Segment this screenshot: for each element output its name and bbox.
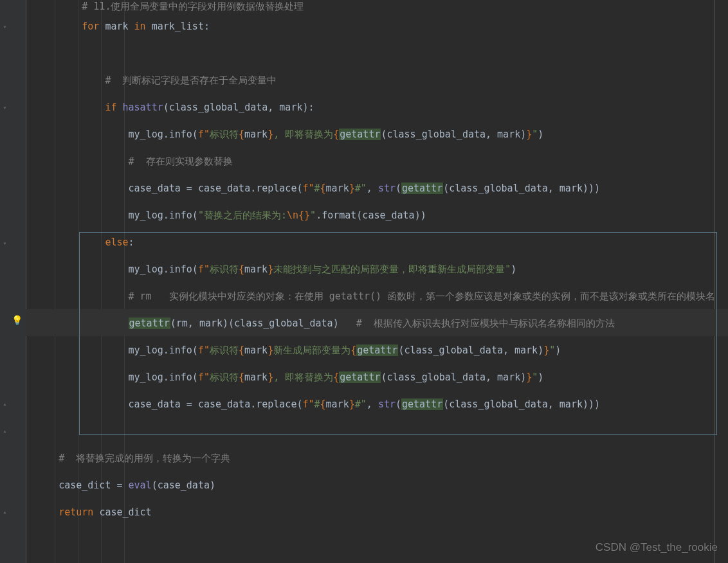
fold-marker-icon[interactable]: ▾ bbox=[1, 240, 8, 247]
code-line: my_log.info(f"标识符{mark}, 即将替换为{getattr(c… bbox=[26, 364, 728, 391]
code-line: else: bbox=[26, 229, 728, 256]
code-line: # 将替换完成的用例，转换为一个字典 bbox=[26, 445, 728, 472]
code-line: # 11.使用全局变量中的字段对用例数据做替换处理 bbox=[26, 0, 728, 13]
code-editor[interactable]: ▾ ▾ ▾ ▴ ▴ ▴ 💡 # 11.使用全局变量中的字段对用例数据做替换处理 … bbox=[0, 0, 728, 563]
fold-marker-icon[interactable]: ▴ bbox=[1, 400, 8, 407]
code-line: # 存在则实现参数替换 bbox=[26, 148, 728, 175]
code-line: for mark in mark_list: bbox=[26, 13, 728, 40]
getattr-highlight: getattr bbox=[339, 129, 381, 140]
getattr-highlight: getattr bbox=[356, 344, 398, 356]
code-area[interactable]: # 11.使用全局变量中的字段对用例数据做替换处理 for mark in ma… bbox=[26, 0, 728, 563]
code-line: my_log.info(f"标识符{mark}, 即将替换为{getattr(c… bbox=[26, 121, 728, 148]
code-line: # 判断标记字段是否存在于全局变量中 bbox=[26, 67, 728, 94]
code-line: getattr(rm, mark)(class_global_data) # 根… bbox=[26, 310, 728, 337]
code-line: my_log.info("替换之后的结果为:\n{}".format(case_… bbox=[26, 202, 728, 229]
code-line: my_log.info(f"标识符{mark}新生成局部变量为{getattr(… bbox=[26, 337, 728, 364]
fold-marker-icon[interactable]: ▾ bbox=[1, 104, 8, 111]
code-line bbox=[26, 40, 728, 67]
lightbulb-icon[interactable]: 💡 bbox=[12, 315, 23, 325]
code-line: case_data = case_data.replace(f"#{mark}#… bbox=[26, 175, 728, 202]
code-line: case_data = case_data.replace(f"#{mark}#… bbox=[26, 391, 728, 418]
getattr-highlight: getattr bbox=[401, 183, 443, 194]
code-line: case_dict = eval(case_data) bbox=[26, 472, 728, 499]
gutter: ▾ ▾ ▾ ▴ ▴ ▴ 💡 bbox=[0, 0, 26, 563]
getattr-highlight: getattr bbox=[129, 317, 170, 329]
code-line bbox=[26, 418, 728, 445]
getattr-highlight: getattr bbox=[339, 371, 381, 383]
getattr-highlight: getattr bbox=[401, 398, 443, 410]
fold-marker-icon[interactable]: ▴ bbox=[1, 508, 8, 515]
fold-marker-icon[interactable]: ▴ bbox=[1, 427, 8, 434]
watermark: CSDN @Test_the_rookie bbox=[596, 541, 718, 554]
code-line: my_log.info(f"标识符{mark}未能找到与之匹配的局部变量，即将重… bbox=[26, 256, 728, 283]
code-line: return case_dict bbox=[26, 499, 728, 526]
fold-marker-icon[interactable]: ▾ bbox=[1, 23, 8, 30]
code-line: if hasattr(class_global_data, mark): bbox=[26, 94, 728, 121]
code-line: # rm 实例化模块中对应类的对象：在使用 getattr() 函数时，第一个参… bbox=[26, 283, 728, 310]
